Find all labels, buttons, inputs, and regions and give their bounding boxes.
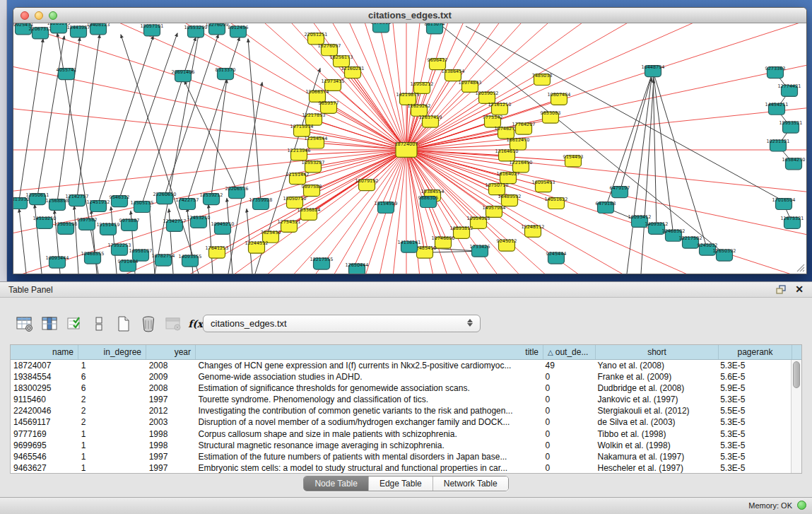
network-node[interactable]: 15057101 [140,23,163,36]
network-node[interactable]: 16584230 [782,157,805,170]
table-selector-dropdown[interactable]: citations_edges.txt [203,315,481,332]
network-node[interactable]: 10468555 [81,251,104,264]
scrollbar-thumb[interactable] [793,361,800,388]
network-node[interactable]: 17952253 [107,243,131,255]
network-node[interactable]: 8313370 [216,67,236,80]
network-node[interactable]: 12142757 [65,194,88,206]
network-node[interactable]: 14093555 [178,254,201,267]
select-all-icon[interactable] [65,315,83,333]
network-node[interactable]: 16095493 [531,180,555,192]
network-node[interactable]: 9397582 [77,217,98,230]
network-node[interactable]: 11453210 [187,215,210,228]
network-node[interactable]: 17359928 [249,197,272,210]
table-row[interactable]: 977716911998Corpus callosum shape and si… [11,428,791,440]
network-node[interactable]: 10231321 [766,139,789,151]
new-table-icon[interactable] [114,315,133,333]
network-node[interactable]: 6479197 [610,185,630,198]
network-node[interactable]: 11675321 [780,216,804,228]
network-node[interactable]: 12774421 [777,84,801,97]
network-node[interactable]: 9154493 [563,154,584,167]
network-node[interactable]: 12650392 [712,248,736,261]
table-row[interactable]: 911546021997Tourette syndrome. Phenomeno… [11,394,791,405]
network-node[interactable]: 9313930 [13,197,29,209]
network-node[interactable]: 18539212 [199,192,223,205]
column-header-short[interactable]: short [596,345,719,359]
network-node[interactable]: 14051622 [544,197,567,209]
network-node[interactable]: 12161210 [488,102,511,115]
network-node[interactable]: 19715934 [290,124,313,136]
float-panel-icon[interactable] [776,285,787,295]
network-node[interactable]: 14136141 [397,240,420,252]
network-node[interactable]: 9245012 [497,238,517,251]
network-node[interactable]: 9273363 [765,66,786,78]
network-node[interactable]: 15151419 [96,222,119,235]
network-node[interactable]: 15050710 [283,196,306,209]
vertical-scrollbar[interactable] [791,360,801,473]
column-header-in_degree[interactable]: in_degree [78,345,146,359]
table-row[interactable]: 969969511998Structural magnetic resonanc… [11,440,791,451]
network-node[interactable]: 15154509 [374,201,397,214]
column-header-title[interactable]: title [196,345,543,359]
network-node[interactable]: 9572301 [371,23,392,33]
network-node[interactable]: 9245444 [546,251,567,264]
tab-edge-table[interactable]: Edge Table [369,477,433,491]
network-node[interactable]: 9975887 [119,218,140,230]
network-node[interactable]: 17016504 [772,197,795,210]
network-node[interactable]: 15244512 [245,240,268,253]
network-node[interactable]: 18079192 [355,178,378,191]
column-header-year[interactable]: year [146,345,196,359]
network-node[interactable]: 13505135 [130,200,153,213]
network-node[interactable]: 14454211 [765,102,788,115]
network-node[interactable]: 9791444 [118,259,139,271]
delete-table-icon[interactable] [139,315,158,333]
network-node[interactable]: 21151442 [286,172,309,185]
select-columns-icon[interactable] [40,315,59,333]
tab-node-table[interactable]: Node Table [304,477,369,491]
column-header-out_de[interactable]: △out_de... [543,345,596,359]
network-node[interactable]: 9546312 [110,194,130,207]
network-node[interactable]: 12213946 [287,148,310,160]
table-options-icon[interactable] [16,315,34,333]
table-row[interactable]: 946554611997Estimation of the future num… [11,451,791,462]
network-node[interactable]: 16782754 [151,253,175,266]
network-canvas[interactable]: 1872400722051251152760971625617312160281… [13,23,806,274]
network-node[interactable]: 9859377 [319,100,339,113]
network-node[interactable]: 4055741 [57,67,77,80]
table-row[interactable]: 1830029562008Estimation of significance … [11,382,791,394]
network-node[interactable]: 16448794 [641,64,664,77]
network-node[interactable]: 12637429 [418,115,442,127]
network-node[interactable]: 9897588 [302,184,322,197]
network-view-window[interactable]: citations_edges.txt 18724007220512511527… [13,7,807,274]
network-node[interactable]: 12342757 [163,218,186,231]
table-row[interactable]: 1938455462009Genome-wide association stu… [11,371,791,382]
network-node[interactable]: 16093444 [45,255,69,268]
network-node[interactable]: 15276099 [205,23,228,35]
network-node[interactable]: 9853083 [541,110,561,123]
network-node[interactable]: 11254544 [304,136,327,148]
network-node[interactable]: 17641253 [205,245,228,258]
table-row[interactable]: 946362711997Embryonic stem cells: a mode… [11,462,791,473]
table-row[interactable]: 1456911722003Disruption of a novel membe… [11,416,791,428]
network-node[interactable]: 10553299 [184,25,207,37]
network-node[interactable]: 15248112 [521,224,544,237]
network-node[interactable]: 11568898 [45,198,69,211]
network-node[interactable]: 12650444 [345,262,368,274]
network-node[interactable]: 10807484 [547,92,570,105]
window-resize-grip[interactable] [795,262,805,272]
window-titlebar[interactable]: citations_edges.txt [13,8,806,23]
network-node[interactable]: 9886305 [418,195,439,208]
network-node[interactable]: 11451932 [86,199,110,212]
network-node[interactable]: 18724007 [394,141,418,158]
network-node[interactable]: 17764207 [512,122,535,134]
network-node[interactable]: 10945210 [211,221,234,234]
column-header-name[interactable]: name [11,345,78,359]
network-node[interactable]: 19408123 [86,23,110,35]
network-node[interactable]: 20206576 [225,186,248,199]
network-node[interactable]: 20691406 [171,69,194,82]
network-node[interactable]: 12160281 [341,66,364,78]
network-node[interactable]: 17422757 [175,197,199,210]
network-node[interactable]: 13505198 [54,221,77,234]
close-panel-icon[interactable]: ✕ [795,284,804,295]
network-node[interactable]: 6479188 [596,201,616,214]
network-node[interactable]: 10553287 [301,160,324,173]
